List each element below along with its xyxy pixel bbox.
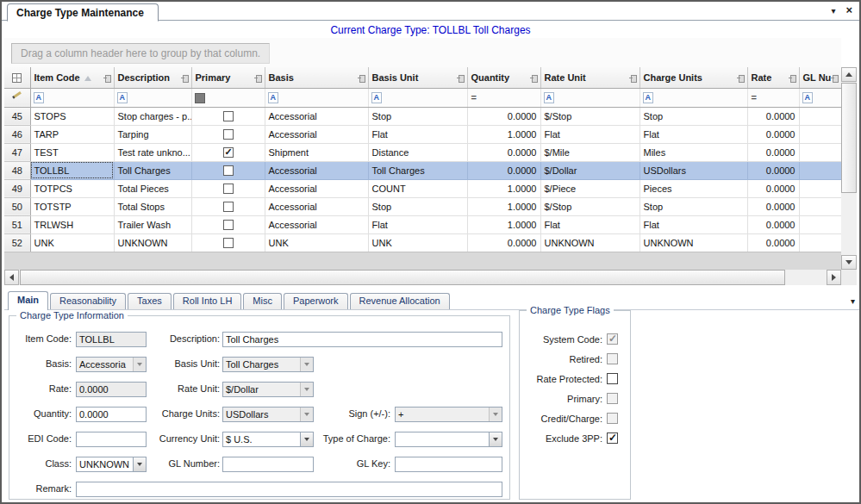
scroll-left-button[interactable]: [4, 270, 19, 285]
grid-row[interactable]: 45 STOPS Stop charges - p... Accessorial…: [4, 107, 841, 125]
grid-cell[interactable]: [799, 197, 841, 215]
tab-reasonability[interactable]: Reasonability: [50, 293, 126, 309]
grid-cell[interactable]: 0.0000: [747, 107, 799, 125]
quantity-field[interactable]: [76, 407, 147, 422]
pin-icon[interactable]: [457, 74, 465, 82]
grid-cell[interactable]: UNK: [265, 233, 368, 252]
remark-field[interactable]: [76, 482, 502, 497]
scroll-up-button[interactable]: [841, 67, 857, 82]
grid-cell[interactable]: TOTPCS: [30, 179, 114, 197]
text-filter-icon[interactable]: A: [643, 92, 654, 103]
grid-cell[interactable]: Accessorial: [265, 107, 368, 125]
grid-cell[interactable]: Flat: [368, 215, 467, 233]
grid-cell[interactable]: [191, 233, 265, 252]
grid-cell[interactable]: USDollars: [640, 161, 747, 179]
tab-paperwork[interactable]: Paperwork: [284, 293, 348, 309]
row-selector[interactable]: 46: [4, 125, 30, 143]
primary-checkbox[interactable]: [223, 202, 234, 212]
column-header-basis-unit[interactable]: Basis Unit: [368, 67, 467, 88]
grid-cell[interactable]: Trailer Wash: [114, 215, 191, 233]
grid-cell[interactable]: [799, 125, 841, 143]
primary-checkbox[interactable]: [223, 220, 234, 230]
grid-cell-focused[interactable]: TOLLBL: [30, 161, 114, 179]
primary-checkbox[interactable]: [223, 238, 234, 248]
row-selector[interactable]: 45: [4, 107, 30, 125]
pin-icon[interactable]: [737, 74, 745, 82]
numeric-filter-icon[interactable]: =: [751, 92, 757, 103]
grid-cell[interactable]: Stop charges - p...: [114, 107, 191, 125]
grid-cell[interactable]: Distance: [368, 143, 467, 161]
grid-cell[interactable]: 1.0000: [467, 215, 540, 233]
grid-cell[interactable]: Shipment: [265, 143, 368, 161]
filter-cell[interactable]: [191, 88, 265, 107]
primary-filter-checkbox[interactable]: [195, 93, 205, 103]
column-header-description[interactable]: Description: [114, 67, 191, 88]
text-filter-icon[interactable]: A: [34, 92, 45, 103]
description-field[interactable]: [222, 332, 502, 347]
grid-cell[interactable]: [191, 215, 265, 233]
tab-list-dropdown-icon[interactable]: ▾: [851, 296, 855, 306]
grid-cell[interactable]: $/Stop: [540, 107, 640, 125]
filter-cell[interactable]: A: [799, 88, 841, 107]
grid-cell[interactable]: Flat: [640, 215, 747, 233]
text-filter-icon[interactable]: A: [371, 92, 383, 103]
grid-cell[interactable]: TRLWSH: [30, 215, 114, 233]
grid-cell[interactable]: [799, 143, 841, 161]
grid-cell[interactable]: 0.0000: [747, 233, 799, 252]
grid-cell[interactable]: UNKNOWN: [114, 233, 191, 252]
grid-cell[interactable]: [191, 107, 265, 125]
dropdown-arrow-icon[interactable]: [489, 432, 502, 446]
type-of-charge-combo[interactable]: [395, 432, 502, 447]
tab-roll-into-lh[interactable]: Roll Into LH: [173, 293, 241, 309]
grid-row[interactable]: 52 UNK UNKNOWN UNK UNK 0.0000 UNKNOWN UN…: [4, 233, 841, 252]
grid-cell[interactable]: Accessorial: [265, 197, 368, 215]
grid-cell[interactable]: Stop: [640, 107, 747, 125]
grid-cell[interactable]: 1.0000: [467, 125, 540, 143]
column-header-item-code[interactable]: Item Code: [30, 67, 114, 88]
grid-row[interactable]: 47 TEST Test rate unkno... Shipment Dist…: [4, 143, 841, 161]
row-selector[interactable]: 50: [4, 197, 30, 215]
horizontal-scroll-thumb[interactable]: [20, 270, 785, 285]
pin-icon[interactable]: [254, 74, 262, 82]
filter-cell[interactable]: A: [368, 88, 467, 107]
grid-cell[interactable]: 0.0000: [467, 143, 540, 161]
grid-cell[interactable]: 1.0000: [467, 197, 540, 215]
grid-row[interactable]: 51 TRLWSH Trailer Wash Accessorial Flat …: [4, 215, 841, 233]
pin-icon[interactable]: [103, 74, 111, 82]
primary-checkbox[interactable]: [223, 129, 234, 140]
primary-checkbox[interactable]: [223, 111, 234, 121]
grid-cell[interactable]: $/Stop: [540, 197, 640, 215]
text-filter-icon[interactable]: A: [268, 92, 279, 103]
grid-cell[interactable]: 0.0000: [747, 179, 799, 197]
grid-row[interactable]: 50 TOTSTP Total Stops Accessorial Stop 1…: [4, 197, 841, 215]
scroll-down-button[interactable]: [841, 255, 857, 270]
rate-protected-checkbox[interactable]: [607, 373, 618, 384]
column-header-basis[interactable]: Basis: [265, 67, 368, 88]
grid-cell[interactable]: TARP: [30, 125, 114, 143]
grid-cell[interactable]: Stop: [640, 197, 747, 215]
grid-cell[interactable]: 0.0000: [467, 233, 540, 252]
scroll-right-button[interactable]: [827, 270, 841, 285]
grid-cell[interactable]: [191, 161, 265, 179]
grid-cell[interactable]: Flat: [640, 125, 747, 143]
grid-cell[interactable]: Accessorial: [265, 161, 368, 179]
grid-cell[interactable]: [191, 179, 265, 197]
grid-cell[interactable]: Miles: [640, 143, 747, 161]
filter-cell[interactable]: =: [467, 88, 540, 107]
column-header-rate[interactable]: Rate: [747, 67, 799, 88]
grid-cell[interactable]: [799, 233, 841, 252]
primary-checkbox[interactable]: [223, 165, 234, 176]
tab-revenue-allocation[interactable]: Revenue Allocation: [350, 293, 450, 309]
column-header-rate-unit[interactable]: Rate Unit: [540, 67, 640, 88]
grid-cell[interactable]: 1.0000: [467, 179, 540, 197]
grid-cell[interactable]: [799, 179, 841, 197]
grid-cell[interactable]: Toll Charges: [368, 161, 467, 179]
grid-cell[interactable]: $/Dollar: [540, 161, 640, 179]
grid-cell[interactable]: TOTSTP: [30, 197, 114, 215]
column-header-charge-units[interactable]: Charge Units: [640, 67, 747, 88]
pin-icon[interactable]: [358, 74, 365, 82]
text-filter-icon[interactable]: A: [802, 92, 814, 103]
row-selector[interactable]: 51: [4, 215, 30, 233]
filter-cell[interactable]: A: [114, 88, 191, 107]
grid-cell[interactable]: [191, 125, 265, 143]
